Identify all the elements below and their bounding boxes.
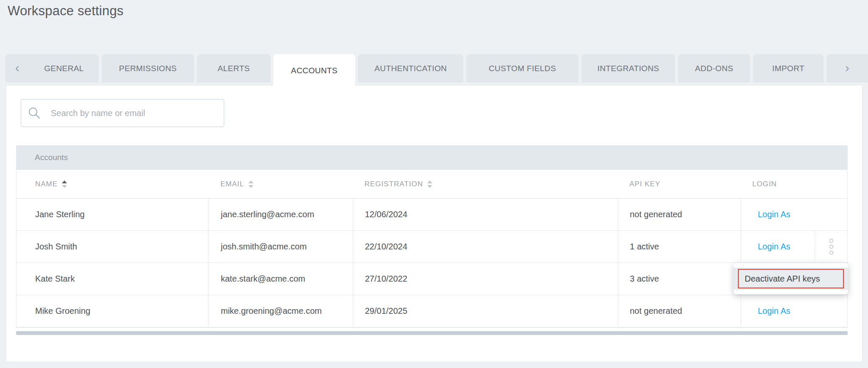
deactivate-api-keys-label: Deactivate API keys — [738, 269, 844, 288]
tab-general[interactable]: GENERAL — [29, 54, 99, 83]
tab-authentication-label: AUTHENTICATION — [375, 64, 447, 73]
tab-accounts-label: ACCOUNTS — [291, 66, 338, 75]
tab-custom-fields-label: CUSTOM FIELDS — [489, 64, 556, 73]
cell-name: Josh Smith — [17, 231, 209, 263]
table-body: NAME EMAIL REGISTRATION API KEY LOGIN — [16, 170, 848, 328]
tab-authentication[interactable]: AUTHENTICATION — [358, 54, 463, 83]
cell-login: Login As — [740, 199, 847, 230]
search-input[interactable] — [21, 100, 224, 127]
table-caption-label: Accounts — [35, 153, 68, 162]
chevron-right-icon: › — [845, 61, 849, 76]
tab-import[interactable]: IMPORT — [753, 54, 823, 83]
column-header-login: LOGIN — [740, 170, 847, 198]
tab-permissions[interactable]: PERMISSIONS — [102, 54, 194, 83]
kebab-menu-icon — [829, 239, 833, 255]
cell-api-key: 3 active — [618, 263, 740, 295]
sort-icon[interactable] — [248, 180, 253, 188]
cell-email: jane.sterling@acme.com — [209, 199, 353, 230]
cell-registration: 12/06/2024 — [353, 199, 618, 230]
cell-name: Mike Groening — [17, 295, 209, 327]
row-actions-kebab-button[interactable] — [815, 231, 847, 263]
cell-login: Login As — [740, 231, 847, 263]
tab-add-ons[interactable]: ADD-ONS — [678, 54, 750, 83]
cell-api-key: not generated — [618, 295, 740, 327]
tab-alerts-label: ALERTS — [218, 64, 250, 73]
context-menu-item-deactivate-api-keys[interactable]: Deactivate API keys — [734, 268, 848, 290]
tab-integrations-label: INTEGRATIONS — [598, 64, 659, 73]
page-title: Workspace settings — [8, 3, 124, 19]
column-header-registration[interactable]: REGISTRATION — [353, 170, 618, 198]
cell-login: Login As — [740, 295, 847, 327]
cell-registration: 29/01/2025 — [353, 295, 618, 327]
cell-name: Jane Sterling — [17, 199, 209, 230]
table-row: Kate Stark kate.stark@acme.com 27/10/202… — [17, 263, 847, 295]
tab-add-ons-label: ADD-ONS — [695, 64, 733, 73]
tab-group-left: ‹ GENERAL — [6, 54, 99, 83]
login-as-link[interactable]: Login As — [758, 306, 790, 316]
table-row: Jane Sterling jane.sterling@acme.com 12/… — [17, 199, 847, 231]
table-row: Mike Groening mike.groening@acme.com 29/… — [17, 295, 847, 327]
cell-api-key: not generated — [618, 199, 740, 230]
tab-integrations[interactable]: INTEGRATIONS — [581, 54, 675, 83]
cell-api-key: 1 active — [618, 231, 740, 263]
accounts-table: Accounts NAME EMAIL REGISTRATION API KEY — [16, 145, 848, 335]
table-row: Josh Smith josh.smith@acme.com 22/10/202… — [17, 231, 847, 263]
cell-email: mike.groening@acme.com — [209, 295, 353, 327]
tab-accounts[interactable]: ACCOUNTS — [273, 54, 355, 87]
cell-email: kate.stark@acme.com — [209, 263, 353, 295]
search-box — [21, 99, 224, 127]
cell-registration: 27/10/2022 — [353, 263, 618, 295]
cell-email: josh.smith@acme.com — [209, 231, 353, 263]
login-as-link[interactable]: Login As — [758, 242, 790, 252]
context-menu: Deactivate API keys — [734, 263, 848, 294]
tab-import-label: IMPORT — [772, 64, 804, 73]
cell-registration: 22/10/2024 — [353, 231, 618, 263]
table-header-row: NAME EMAIL REGISTRATION API KEY LOGIN — [17, 170, 847, 199]
tab-custom-fields[interactable]: CUSTOM FIELDS — [466, 54, 579, 83]
tabs-scroll-left-button[interactable]: ‹ — [6, 54, 29, 83]
tab-general-label: GENERAL — [44, 64, 84, 73]
chevron-left-icon: ‹ — [15, 61, 19, 76]
accounts-panel: Accounts NAME EMAIL REGISTRATION API KEY — [6, 85, 862, 362]
column-header-email[interactable]: EMAIL — [209, 170, 353, 198]
tab-alerts[interactable]: ALERTS — [197, 54, 270, 83]
sort-ascending-icon[interactable] — [62, 180, 67, 188]
horizontal-scrollbar-track — [16, 328, 848, 335]
login-as-link[interactable]: Login As — [758, 210, 790, 219]
table-caption: Accounts — [16, 145, 848, 170]
sort-icon[interactable] — [427, 180, 432, 188]
search-icon — [28, 107, 41, 119]
tab-permissions-label: PERMISSIONS — [119, 64, 177, 73]
horizontal-scrollbar-thumb[interactable] — [16, 331, 848, 335]
column-header-api-key: API KEY — [618, 170, 740, 198]
cell-name: Kate Stark — [17, 263, 209, 295]
settings-tabbar: ‹ GENERAL PERMISSIONS ALERTS ACCOUNTS AU… — [6, 54, 868, 87]
tabs-scroll-right-button[interactable]: › — [826, 54, 868, 83]
column-header-name[interactable]: NAME — [17, 170, 209, 198]
